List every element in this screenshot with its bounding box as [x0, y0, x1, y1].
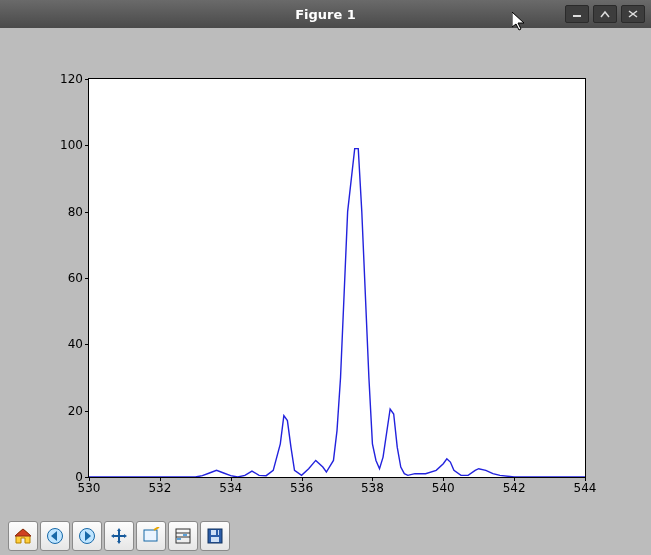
- y-tick-mark: [85, 411, 89, 412]
- svg-rect-26: [216, 530, 218, 535]
- navigation-toolbar: [8, 521, 230, 551]
- close-button[interactable]: [621, 5, 645, 23]
- figure-window: Figure 1 0204060801001205305325345365385…: [0, 0, 651, 555]
- x-tick-label: 534: [219, 481, 242, 495]
- maximize-button[interactable]: [593, 5, 617, 23]
- y-tick-label: 120: [60, 72, 83, 86]
- axes[interactable]: 020406080100120530532534536538540542544: [88, 78, 586, 478]
- close-icon: [628, 10, 638, 18]
- x-tick-label: 532: [148, 481, 171, 495]
- move-icon: [110, 527, 128, 545]
- x-tick-label: 544: [574, 481, 597, 495]
- arrow-right-icon: [78, 527, 96, 545]
- x-tick-mark: [514, 477, 515, 481]
- home-button[interactable]: [8, 521, 38, 551]
- svg-marker-3: [512, 12, 524, 30]
- y-tick-mark: [85, 145, 89, 146]
- y-tick-label: 100: [60, 138, 83, 152]
- y-tick-mark: [85, 79, 89, 80]
- arrow-left-icon: [46, 527, 64, 545]
- svg-rect-16: [144, 530, 157, 541]
- x-tick-label: 538: [361, 481, 384, 495]
- window-controls: [565, 5, 651, 23]
- x-tick-mark: [89, 477, 90, 481]
- title-bar: Figure 1: [0, 0, 651, 28]
- x-tick-label: 530: [78, 481, 101, 495]
- x-tick-mark: [585, 477, 586, 481]
- x-tick-label: 542: [503, 481, 526, 495]
- x-tick-mark: [231, 477, 232, 481]
- y-tick-mark: [85, 212, 89, 213]
- y-tick-label: 80: [68, 205, 83, 219]
- x-tick-mark: [443, 477, 444, 481]
- back-button[interactable]: [40, 521, 70, 551]
- zoom-button[interactable]: [136, 521, 166, 551]
- zoom-rect-icon: [142, 527, 160, 545]
- svg-line-17: [154, 527, 159, 530]
- minimize-icon: [572, 10, 582, 18]
- svg-marker-5: [15, 529, 31, 536]
- svg-rect-25: [211, 537, 219, 542]
- y-tick-label: 60: [68, 271, 83, 285]
- y-tick-label: 40: [68, 337, 83, 351]
- mouse-cursor-icon: [512, 12, 528, 32]
- x-tick-mark: [372, 477, 373, 481]
- save-icon: [206, 527, 224, 545]
- forward-button[interactable]: [72, 521, 102, 551]
- subplots-icon: [174, 527, 192, 545]
- home-icon: [14, 527, 32, 545]
- series-line: [89, 149, 585, 477]
- x-tick-label: 540: [432, 481, 455, 495]
- y-tick-mark: [85, 278, 89, 279]
- x-tick-mark: [302, 477, 303, 481]
- line-plot: [89, 79, 585, 477]
- y-tick-label: 20: [68, 404, 83, 418]
- svg-rect-22: [183, 534, 187, 536]
- figure-canvas[interactable]: 020406080100120530532534536538540542544: [8, 34, 643, 517]
- minimize-button[interactable]: [565, 5, 589, 23]
- y-tick-mark: [85, 344, 89, 345]
- x-tick-mark: [160, 477, 161, 481]
- save-button[interactable]: [200, 521, 230, 551]
- window-title: Figure 1: [0, 7, 651, 22]
- x-tick-label: 536: [290, 481, 313, 495]
- maximize-icon: [600, 10, 610, 18]
- pan-button[interactable]: [104, 521, 134, 551]
- configure-subplots-button[interactable]: [168, 521, 198, 551]
- svg-rect-21: [177, 538, 181, 540]
